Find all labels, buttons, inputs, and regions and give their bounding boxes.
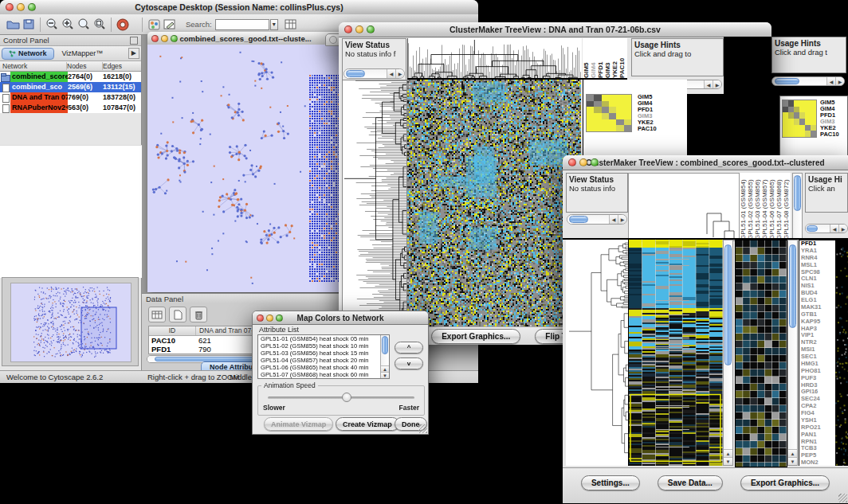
column-label[interactable]: GIM5 <box>583 38 590 78</box>
minimize-icon[interactable] <box>266 315 273 322</box>
attribute-item[interactable]: GPL51-03 (GSM856) heat shock 15 min <box>258 350 379 357</box>
treeview2-titlebar[interactable]: ClusterMaker TreeView : combined_scores_… <box>563 155 848 170</box>
column-dendrogram[interactable] <box>407 38 582 80</box>
close-icon[interactable] <box>568 158 576 166</box>
window-controls[interactable] <box>6 3 36 11</box>
column-dendrogram[interactable] <box>628 173 740 241</box>
vizmapper-nodes-icon[interactable] <box>146 18 162 32</box>
array-label[interactable]: GPL51-04 (GSM857) <box>761 173 768 240</box>
zoom-fit-icon[interactable] <box>76 18 92 32</box>
main-titlebar[interactable]: Cytoscape Desktop (Session Name: collins… <box>0 0 478 15</box>
column-label[interactable]: GIM3 <box>604 38 611 78</box>
attribute-list-scrollbar[interactable]: ▲ ▼ <box>380 335 389 378</box>
save-icon[interactable] <box>21 18 37 32</box>
column-label[interactable]: PFD1 <box>597 38 604 78</box>
attribute-table-icon[interactable] <box>283 18 299 32</box>
array-label[interactable]: GPL51-03 (GSM856) <box>754 173 761 240</box>
zoom-window-icon[interactable] <box>591 158 599 166</box>
genelist-vscrollbar[interactable]: ▲▼ <box>787 240 798 466</box>
network-list-row[interactable]: combined_scores 2764(0) 16218(0) <box>0 72 141 82</box>
zoom-window-icon[interactable] <box>367 25 375 33</box>
row-dendrogram[interactable] <box>342 80 407 336</box>
network-table-header[interactable]: Network Nodes Edges <box>0 61 141 72</box>
network-list-row[interactable]: RNAPuberNov2+! 563(0) 107847(0) <box>0 103 141 113</box>
minimize-icon[interactable] <box>355 25 363 33</box>
view-status-scrollbar[interactable]: ◀▶ <box>344 68 405 79</box>
move-up-button[interactable]: ^ <box>395 342 423 354</box>
close-icon[interactable] <box>344 25 352 33</box>
minimize-icon[interactable] <box>17 3 25 11</box>
animate-vizmap-button[interactable]: Animate Vizmap <box>264 417 333 431</box>
usage-hints-scrollbar[interactable]: ◀▶ <box>805 224 848 233</box>
treeview-action-button[interactable]: Save Data... <box>658 475 723 490</box>
attribute-item[interactable]: GPL51-04 (GSM857) heat shock 20 min <box>258 357 379 364</box>
zoom-out-icon[interactable] <box>44 18 60 32</box>
usage-hints-scrollbar[interactable]: ◀▶ <box>771 76 845 86</box>
array-label[interactable]: GPL51-02 (GSM855) <box>747 173 754 240</box>
close-icon[interactable] <box>257 315 264 322</box>
network-view-titlebar[interactable]: combined_scores_good.txt--cluste... <box>147 32 344 45</box>
zoom-window-icon[interactable] <box>276 315 283 322</box>
dialog-titlebar[interactable]: Map Colors to Network <box>253 311 428 325</box>
col-header-id[interactable]: ID <box>149 326 196 335</box>
gene-name[interactable]: MON2 <box>801 459 835 466</box>
new-attribute-icon[interactable] <box>169 307 186 322</box>
attribute-item[interactable]: GPL51-06 (GSM865) heat shock 40 min <box>258 364 379 371</box>
resize-grip[interactable] <box>838 494 847 502</box>
resize-grip[interactable] <box>418 424 427 433</box>
float-panel-icon[interactable] <box>130 37 138 45</box>
move-down-button[interactable]: v <box>395 357 423 369</box>
gene-dendrogram[interactable] <box>566 240 628 466</box>
attribute-item[interactable]: GPL51-02 (GSM855) heat shock 10 min <box>258 342 379 350</box>
create-vizmap-button[interactable]: Create Vizmap <box>336 417 399 431</box>
tab-overflow-arrow[interactable]: ▶ <box>128 48 139 59</box>
top-vscrollbar[interactable] <box>792 173 803 240</box>
zoom-window-icon[interactable] <box>171 35 178 42</box>
network-list-row[interactable]: DNA and Tran 07 769(0) 183728(0) <box>0 92 141 103</box>
close-icon[interactable] <box>151 35 159 42</box>
help-lifebuoy-icon[interactable] <box>115 18 131 32</box>
heatmap-vscrollbar[interactable]: ▲▼ <box>723 240 733 466</box>
treeview-action-button[interactable]: Export Graphics... <box>740 475 830 490</box>
correlation-matrix[interactable] <box>586 94 632 132</box>
slider-thumb[interactable] <box>342 393 351 402</box>
array-label[interactable]: GPL51-07 (GSM868) <box>775 173 783 240</box>
open-folder-icon[interactable] <box>5 18 21 32</box>
zoom-window-icon[interactable] <box>28 3 36 11</box>
attribute-listbox[interactable]: GPL51-01 (GSM854) heat shock 05 minGPL51… <box>257 334 390 379</box>
column-label[interactable]: PAC10 <box>618 38 626 78</box>
minimize-icon[interactable] <box>579 158 587 166</box>
expression-heatmap[interactable] <box>628 240 723 466</box>
array-label[interactable]: GPL51-01 (GSM854) <box>740 173 747 240</box>
column-label[interactable]: YKE2 <box>611 38 618 78</box>
array-label[interactable]: GPL51-06 (GSM865) <box>768 173 775 240</box>
network-canvas[interactable] <box>147 45 344 292</box>
tab-vizmapper[interactable]: VizMapper™ <box>54 49 112 57</box>
attribute-select-icon[interactable] <box>148 307 166 322</box>
search-dropdown-icon[interactable]: ▾ <box>270 19 278 30</box>
search-input[interactable] <box>215 19 269 30</box>
expression-heatmap[interactable] <box>407 80 581 334</box>
treeview-action-button[interactable]: Export Graphics... <box>431 329 520 344</box>
minimize-icon[interactable] <box>161 35 168 42</box>
zoom-in-icon[interactable] <box>60 18 76 32</box>
speed-slider[interactable] <box>268 397 414 399</box>
attribute-item[interactable]: GPL51-07 (GSM868) heat shock 60 min <box>258 371 379 378</box>
gene-label[interactable]: PAC10 <box>820 131 839 138</box>
inactive-close-icon[interactable] <box>329 36 337 44</box>
column-label[interactable]: GIM4 <box>590 38 597 78</box>
treeview-action-button[interactable]: Settings... <box>581 475 640 490</box>
zoom-heatmap[interactable] <box>735 240 787 467</box>
network-list-row[interactable]: combined_sco 2569(6) 13112(15) <box>0 82 141 92</box>
birdseye-view[interactable] <box>10 283 132 362</box>
tab-network[interactable]: Network <box>2 48 54 60</box>
treeview1-titlebar[interactable]: ClusterMaker TreeView : DNA and Tran 07-… <box>339 22 771 37</box>
zoom-selected-icon[interactable] <box>92 18 108 32</box>
attribute-item[interactable]: GPL51-01 (GSM854) heat shock 05 min <box>258 335 379 342</box>
array-label[interactable]: GPL51-08 (GSM872) <box>783 173 790 240</box>
close-icon[interactable] <box>6 3 14 11</box>
delete-attribute-trash-icon[interactable] <box>190 307 207 322</box>
correlation-matrix[interactable] <box>782 100 817 138</box>
gene-label[interactable]: PAC10 <box>638 126 657 132</box>
view-status-scrollbar[interactable]: ◀▶ <box>567 214 627 225</box>
